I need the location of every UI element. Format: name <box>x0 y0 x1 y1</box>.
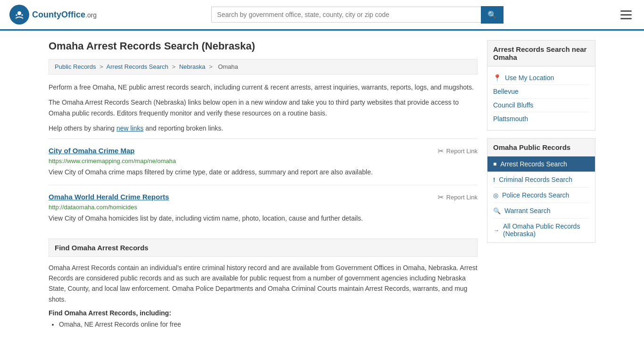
menu-bar-2 <box>620 14 632 16</box>
sidebar-public-records-box: Omaha Public Records ■ Arrest Records Se… <box>487 138 595 243</box>
menu-bar-3 <box>620 18 632 19</box>
record-header-1: City of Omaha Crime Map ✂ Report Link <box>49 147 478 156</box>
all-records-label: All Omaha Public Records (Nebraska) <box>503 222 589 238</box>
menu-bar-1 <box>620 10 632 12</box>
breadcrumb-nebraska[interactable]: Nebraska <box>179 63 206 70</box>
find-records-list: Omaha, NE Arrest Records online for free <box>49 321 478 328</box>
sidebar: Arrest Records Search near Omaha 📍 Use M… <box>487 40 595 330</box>
sidebar-nearby-bellevue[interactable]: Bellevue <box>493 85 589 99</box>
record-url-1[interactable]: https://www.crimemapping.com/map/ne/omah… <box>49 157 478 165</box>
svg-point-1 <box>17 11 21 15</box>
sidebar-nearby-box: Arrest Records Search near Omaha 📍 Use M… <box>487 40 595 131</box>
breadcrumb-sep-2: > <box>172 63 176 70</box>
report-link-1[interactable]: ✂ Report Link <box>438 147 478 156</box>
sidebar-item-police-records[interactable]: ◎ Police Records Search <box>493 188 589 203</box>
report-icon-2: ✂ <box>438 193 444 202</box>
report-icon-1: ✂ <box>438 147 444 156</box>
svg-point-3 <box>21 14 23 16</box>
warrant-search-label: Warrant Search <box>504 207 551 214</box>
record-desc-2: View City of Omaha homicides list by dat… <box>49 214 478 223</box>
report-label-2: Report Link <box>446 194 478 201</box>
logo-icon <box>9 5 29 25</box>
sidebar-nearby-plattsmouth[interactable]: Plattsmouth <box>493 112 589 125</box>
police-records-label: Police Records Search <box>502 191 569 199</box>
location-icon: 📍 <box>493 74 501 82</box>
report-label-1: Report Link <box>446 148 478 155</box>
police-records-icon: ◎ <box>493 192 498 199</box>
sidebar-use-my-location[interactable]: 📍 Use My Location <box>493 71 589 85</box>
search-icon: 🔍 <box>487 11 497 19</box>
search-button[interactable]: 🔍 <box>481 6 504 24</box>
page-title: Omaha Arrest Records Search (Nebraska) <box>49 40 478 52</box>
sidebar-public-records-content: ■ Arrest Records Search ! Criminal Recor… <box>487 156 595 242</box>
description-1: Perform a free Omaha, NE public arrest r… <box>49 82 478 92</box>
record-item-2: Omaha World Herald Crime Reports ✂ Repor… <box>49 185 478 231</box>
new-links-link[interactable]: new links <box>116 124 144 132</box>
nearby-bellevue-label: Bellevue <box>493 88 519 95</box>
find-section-body: Omaha Arrest Records contain an individu… <box>49 263 478 305</box>
svg-point-2 <box>16 14 17 16</box>
nearby-council-bluffs-label: Council Bluffs <box>493 101 533 109</box>
all-records-icon: → <box>493 227 499 234</box>
logo-area: CountyOffice.org <box>9 5 97 25</box>
breadcrumb-sep-1: > <box>99 63 103 70</box>
description-3: Help others by sharing new links and rep… <box>49 123 478 133</box>
sidebar-item-criminal-records[interactable]: ! Criminal Records Search <box>493 172 589 188</box>
sidebar-item-all-records[interactable]: → All Omaha Public Records (Nebraska) <box>493 219 589 242</box>
record-header-2: Omaha World Herald Crime Reports ✂ Repor… <box>49 193 478 202</box>
arrest-records-label: Arrest Records Search <box>500 160 567 168</box>
sidebar-public-records-header: Omaha Public Records <box>487 139 595 156</box>
description-3b-text: and reporting broken links. <box>145 124 223 132</box>
search-area: 🔍 <box>211 6 504 24</box>
criminal-records-label: Criminal Records Search <box>499 176 572 183</box>
arrest-records-icon: ■ <box>493 161 496 167</box>
main-layout: Omaha Arrest Records Search (Nebraska) P… <box>39 31 605 339</box>
content-area: Omaha Arrest Records Search (Nebraska) P… <box>49 40 478 330</box>
logo-text: CountyOffice.org <box>32 10 97 20</box>
description-2: The Omaha Arrest Records Search (Nebrask… <box>49 97 478 118</box>
breadcrumb-public-records[interactable]: Public Records <box>55 63 96 70</box>
sidebar-item-arrest-records[interactable]: ■ Arrest Records Search <box>487 156 595 172</box>
use-my-location-label: Use My Location <box>505 74 554 82</box>
record-url-2[interactable]: http://dataomaha.com/homicides <box>49 204 478 211</box>
warrant-search-icon: 🔍 <box>493 207 501 214</box>
sidebar-nearby-council-bluffs[interactable]: Council Bluffs <box>493 99 589 112</box>
breadcrumb-omaha: Omaha <box>218 63 238 70</box>
record-title-1[interactable]: City of Omaha Crime Map <box>49 147 135 155</box>
menu-button[interactable] <box>618 8 635 22</box>
report-link-2[interactable]: ✂ Report Link <box>438 193 478 202</box>
header: CountyOffice.org 🔍 <box>0 0 644 31</box>
sidebar-nearby-content: 📍 Use My Location Bellevue Council Bluff… <box>487 66 595 130</box>
breadcrumb-arrest-records[interactable]: Arrest Records Search <box>107 63 169 70</box>
breadcrumb-sep-3: > <box>209 63 213 70</box>
search-input[interactable] <box>211 7 481 23</box>
description-3-text: Help others by sharing <box>49 124 115 132</box>
sidebar-nearby-header: Arrest Records Search near Omaha <box>487 41 595 66</box>
find-section-subheading: Find Omaha Arrest Records, including: <box>49 309 478 317</box>
record-desc-1: View City of Omaha crime maps filtered b… <box>49 167 478 177</box>
find-section-heading: Find Omaha Arrest Records <box>49 239 478 257</box>
breadcrumb: Public Records > Arrest Records Search >… <box>49 59 478 74</box>
nearby-plattsmouth-label: Plattsmouth <box>493 115 528 123</box>
record-title-2[interactable]: Omaha World Herald Crime Reports <box>49 193 169 201</box>
sidebar-item-warrant-search[interactable]: 🔍 Warrant Search <box>493 203 589 219</box>
list-item-1: Omaha, NE Arrest Records online for free <box>59 321 478 328</box>
record-item-1: City of Omaha Crime Map ✂ Report Link ht… <box>49 139 478 185</box>
criminal-records-icon: ! <box>493 176 495 183</box>
